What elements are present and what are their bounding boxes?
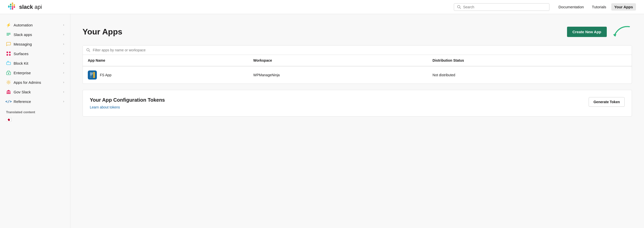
table-row[interactable]: FS App WPManageNinja Not distributed — [83, 66, 632, 84]
learn-about-tokens-link[interactable]: Learn about tokens — [90, 105, 120, 109]
apps-for-admins-icon — [6, 80, 11, 85]
workspace-cell: WPManageNinja — [248, 66, 428, 84]
col-header-app-name: App Name — [83, 55, 248, 66]
table-header: App Name Workspace Distribution Status — [83, 55, 632, 66]
svg-rect-16 — [7, 35, 9, 35]
slack-logo-icon — [8, 3, 17, 12]
sidebar-item-automation[interactable]: ⚡ Automation › — [0, 20, 70, 30]
svg-rect-11 — [8, 6, 10, 8]
svg-rect-5 — [14, 4, 15, 6]
chevron-right-icon: › — [63, 100, 64, 103]
automation-icon: ⚡ — [6, 22, 11, 27]
chevron-right-icon: › — [63, 23, 64, 27]
chevron-right-icon: › — [63, 42, 64, 46]
sidebar-item-surfaces[interactable]: Surfaces › — [0, 49, 70, 58]
arrow-decoration — [612, 24, 632, 39]
svg-line-13 — [460, 8, 461, 9]
apps-card: App Name Workspace Distribution Status — [83, 45, 632, 84]
app-icon-fs-app — [88, 70, 97, 80]
page-title: Your Apps — [83, 27, 122, 36]
svg-rect-20 — [9, 54, 11, 56]
messaging-icon — [6, 42, 11, 47]
distribution-status-cell: Not distributed — [427, 66, 632, 84]
nav-documentation[interactable]: Documentation — [555, 3, 587, 11]
sidebar-label-slack-apps: Slack apps — [14, 32, 32, 37]
col-header-distribution-status: Distribution Status — [427, 55, 632, 66]
tokens-card: Your App Configuration Tokens Learn abou… — [83, 90, 632, 117]
create-new-app-button[interactable]: Create New App — [567, 27, 607, 37]
chevron-right-icon: › — [63, 61, 64, 65]
chevron-right-icon: › — [63, 33, 64, 36]
search-box — [454, 3, 549, 11]
enterprise-icon — [6, 70, 11, 75]
search-icon — [457, 5, 461, 9]
svg-rect-7 — [12, 6, 13, 8]
main-header-row: Your Apps Create New App — [83, 24, 632, 39]
sidebar-item-gov-slack[interactable]: Gov Slack › — [0, 87, 70, 97]
svg-rect-19 — [7, 54, 8, 56]
sidebar-label-enterprise: Enterprise — [14, 71, 31, 75]
sidebar-item-enterprise[interactable]: Enterprise › — [0, 68, 70, 78]
surfaces-icon — [6, 51, 11, 56]
svg-rect-23 — [8, 73, 9, 74]
app-name-label: FS App — [100, 73, 111, 77]
svg-rect-25 — [7, 91, 8, 93]
logo-link[interactable]: slack api — [8, 3, 42, 12]
svg-rect-27 — [10, 91, 10, 93]
sidebar-label-messaging: Messaging — [14, 42, 32, 46]
block-kit-icon — [6, 61, 11, 66]
reference-icon: </> — [6, 99, 11, 104]
filter-search-icon — [86, 48, 90, 52]
search-input[interactable] — [463, 5, 546, 9]
sidebar-item-slack-apps[interactable]: Slack apps › — [0, 30, 70, 39]
sidebar-label-reference: Reference — [14, 99, 31, 104]
logo-text: slack api — [19, 4, 42, 10]
svg-rect-14 — [7, 33, 11, 33]
apps-table: App Name Workspace Distribution Status — [83, 55, 632, 84]
sidebar-item-messaging[interactable]: Messaging › — [0, 39, 70, 49]
svg-rect-6 — [14, 6, 15, 8]
tokens-title: Your App Configuration Tokens — [90, 97, 165, 103]
sidebar-item-apps-for-admins[interactable]: Apps for Admins › — [0, 78, 70, 87]
svg-rect-26 — [8, 91, 9, 93]
nav-your-apps[interactable]: Your Apps — [611, 3, 636, 11]
chevron-right-icon: › — [63, 81, 64, 84]
tokens-info: Your App Configuration Tokens Learn abou… — [90, 97, 165, 109]
sidebar-label-automation: Automation — [14, 23, 33, 27]
sidebar-label-gov-slack: Gov Slack — [14, 90, 31, 94]
generate-token-button[interactable]: Generate Token — [589, 97, 625, 107]
svg-rect-21 — [7, 62, 11, 65]
site-header: slack api Documentation Tutorials Your A… — [0, 0, 644, 14]
sidebar-flag-japan[interactable]: 🇯🇵 — [0, 116, 70, 124]
svg-rect-9 — [10, 8, 11, 10]
svg-rect-17 — [7, 52, 8, 53]
nav-tutorials[interactable]: Tutorials — [589, 3, 609, 11]
svg-line-31 — [89, 51, 90, 52]
page-layout: ⚡ Automation › Slack apps › Messaging › — [0, 14, 644, 228]
gov-slack-icon — [6, 89, 11, 94]
sidebar-label-apps-for-admins: Apps for Admins — [14, 80, 41, 85]
svg-rect-18 — [9, 52, 11, 53]
svg-rect-3 — [12, 3, 13, 4]
svg-rect-10 — [10, 6, 11, 8]
svg-rect-4 — [12, 4, 13, 6]
sidebar-item-reference[interactable]: </> Reference › — [0, 97, 70, 106]
main-content: Your Apps Create New App — [70, 14, 644, 228]
chevron-right-icon: › — [63, 71, 64, 74]
sidebar-label-surfaces: Surfaces — [14, 52, 28, 56]
svg-rect-8 — [12, 8, 13, 10]
svg-rect-28 — [7, 93, 11, 94]
sidebar-item-block-kit[interactable]: Block Kit › — [0, 58, 70, 68]
svg-rect-2 — [10, 4, 11, 5]
sidebar-section-title: Translated content — [0, 106, 70, 116]
svg-rect-15 — [7, 34, 11, 34]
filter-input[interactable] — [93, 48, 628, 52]
col-header-workspace: Workspace — [248, 55, 428, 66]
chevron-right-icon: › — [63, 52, 64, 55]
app-name-cell: FS App — [88, 70, 243, 80]
svg-marker-29 — [613, 34, 616, 37]
sidebar: ⚡ Automation › Slack apps › Messaging › — [0, 14, 70, 228]
chevron-right-icon: › — [63, 90, 64, 94]
filter-box — [83, 46, 632, 55]
slack-apps-icon — [6, 32, 11, 37]
